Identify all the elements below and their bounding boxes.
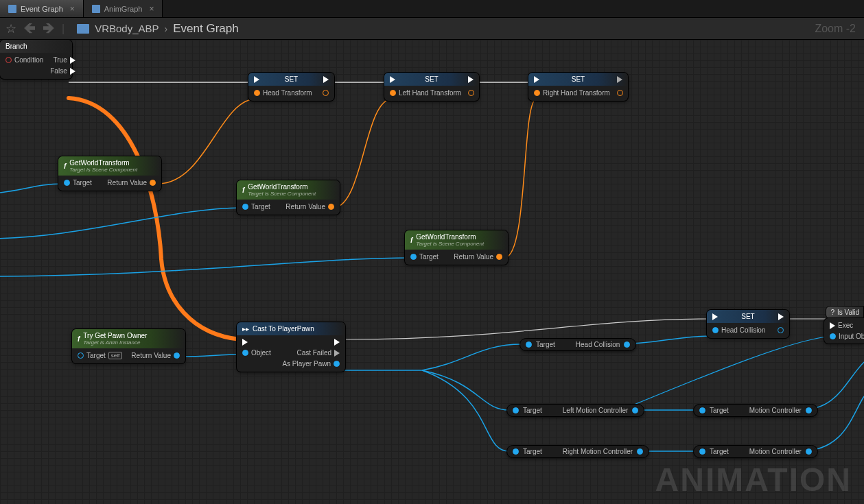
- node-title: f GetWorldTransformTarget is Scene Compo…: [237, 180, 340, 200]
- node-set-head[interactable]: SET Head Transform: [248, 73, 334, 101]
- pin-out[interactable]: [637, 448, 643, 455]
- pin-return[interactable]: Return Value: [285, 203, 334, 211]
- exec-in-icon[interactable]: [254, 76, 259, 83]
- close-icon[interactable]: ×: [70, 4, 75, 14]
- exec-in-icon[interactable]: [534, 76, 539, 83]
- node-title: f GetWorldTransformTarget is Scene Compo…: [58, 156, 161, 176]
- tab-animgraph[interactable]: AnimGraph ×: [84, 0, 163, 17]
- pin-out[interactable]: [806, 407, 812, 413]
- node-var-headcollision[interactable]: Target Head Collision: [519, 338, 636, 351]
- pin-return[interactable]: Return Value: [131, 352, 180, 359]
- tab-event-graph[interactable]: Event Graph ×: [0, 0, 84, 17]
- pin-var-out[interactable]: [323, 89, 329, 97]
- nav-back-icon[interactable]: 🡸: [23, 21, 36, 36]
- node-isvalid[interactable]: Exec Input Ob: [824, 318, 864, 344]
- node-isvalid-header[interactable]: ?Is Valid: [826, 306, 864, 319]
- node-title: Branch: [0, 40, 72, 53]
- pin-exec-in[interactable]: [242, 339, 271, 346]
- exec-in-icon[interactable]: [390, 76, 395, 83]
- pin-object[interactable]: Object: [242, 349, 271, 357]
- pin-out[interactable]: [632, 407, 638, 413]
- node-set-righthand[interactable]: SET Right Hand Transform: [528, 73, 628, 101]
- blueprint-icon: [77, 24, 89, 34]
- zoom-label: Zoom -2: [815, 23, 856, 35]
- watermark: ANIMATION: [655, 461, 852, 499]
- node-title: SET: [528, 73, 628, 86]
- pin-target[interactable]: [699, 407, 705, 413]
- node-var-leftmotion[interactable]: Target Left Motion Controller: [506, 404, 644, 417]
- pin-var-in[interactable]: Head Collision: [712, 326, 765, 334]
- pin-out[interactable]: [624, 341, 630, 348]
- pin-input-object[interactable]: Input Ob: [830, 333, 864, 340]
- pin-exec[interactable]: Exec: [830, 322, 864, 329]
- pin-false[interactable]: False: [50, 67, 75, 75]
- node-branch[interactable]: Branch Condition True False: [0, 40, 72, 79]
- graph-canvas[interactable]: Branch Condition True False SET Head Tra…: [0, 40, 864, 504]
- node-set-lefthand[interactable]: SET Left Hand Transform: [384, 73, 479, 101]
- node-trygetpawnowner[interactable]: f Try Get Pawn OwnerTarget is Anim Insta…: [72, 329, 185, 363]
- node-getworldtransform-2[interactable]: f GetWorldTransformTarget is Scene Compo…: [237, 180, 340, 215]
- pin-target[interactable]: Target: [64, 179, 92, 187]
- graph-icon: [8, 5, 16, 13]
- pin-target[interactable]: [513, 448, 519, 455]
- node-var-motionctrl-1[interactable]: Target Motion Controller: [693, 404, 818, 417]
- pin-var-in[interactable]: Head Transform: [254, 89, 312, 97]
- exec-out-icon[interactable]: [778, 313, 784, 320]
- exec-out-icon[interactable]: [323, 76, 329, 83]
- node-var-rightmotion[interactable]: Target Right Motion Controller: [506, 445, 649, 458]
- graph-icon: [92, 5, 100, 13]
- pin-target[interactable]: Target self: [78, 352, 122, 359]
- node-getworldtransform-1[interactable]: f GetWorldTransformTarget is Scene Compo…: [58, 156, 161, 191]
- pin-condition[interactable]: Condition: [5, 56, 43, 64]
- pin-target[interactable]: Target: [410, 253, 439, 261]
- exec-in-icon[interactable]: [712, 313, 718, 320]
- toolbar: ☆ 🡸 🡺 | VRBody_ABP › Event Graph Zoom -2: [0, 18, 864, 40]
- tab-label: AnimGraph: [104, 5, 143, 13]
- pin-exec-out[interactable]: [282, 339, 340, 346]
- pin-var-out[interactable]: [778, 326, 784, 334]
- node-var-motionctrl-2[interactable]: Target Motion Controller: [693, 445, 818, 458]
- pin-as-playerpawn[interactable]: As Player Pawn: [282, 360, 340, 368]
- favorite-icon[interactable]: ☆: [5, 21, 16, 36]
- wires: [0, 40, 864, 504]
- node-title: f GetWorldTransformTarget is Scene Compo…: [405, 230, 508, 250]
- node-cast-playerpawn[interactable]: ▸▸Cast To PlayerPawn Object Cast Failed …: [237, 322, 345, 372]
- chevron-right-icon: ›: [165, 23, 168, 34]
- pin-target[interactable]: [513, 407, 519, 413]
- node-set-headcollision[interactable]: SET Head Collision: [707, 310, 789, 338]
- pin-true[interactable]: True: [50, 56, 75, 64]
- pin-var-in[interactable]: Left Hand Transform: [390, 89, 461, 97]
- tab-label: Event Graph: [21, 5, 63, 13]
- pin-cast-failed[interactable]: Cast Failed: [282, 349, 340, 357]
- nav-forward-icon[interactable]: 🡺: [43, 21, 55, 36]
- exec-out-icon[interactable]: [468, 76, 474, 83]
- breadcrumb: VRBody_ABP › Event Graph: [77, 22, 239, 36]
- pin-target[interactable]: Target: [242, 203, 270, 211]
- pin-return[interactable]: Return Value: [107, 179, 156, 187]
- node-title: SET: [707, 310, 789, 323]
- pin-var-out[interactable]: [617, 89, 623, 97]
- pin-target[interactable]: [526, 341, 532, 348]
- node-title: SET: [384, 73, 479, 86]
- exec-out-icon[interactable]: [617, 76, 622, 83]
- breadcrumb-current: Event Graph: [173, 22, 238, 36]
- node-title: f Try Get Pawn OwnerTarget is Anim Insta…: [72, 329, 185, 348]
- tab-bar: Event Graph × AnimGraph ×: [0, 0, 864, 18]
- pin-var-out[interactable]: [468, 89, 474, 97]
- pin-var-in[interactable]: Right Hand Transform: [534, 89, 610, 97]
- pin-return[interactable]: Return Value: [454, 253, 502, 261]
- pin-out[interactable]: [806, 448, 812, 455]
- breadcrumb-root[interactable]: VRBody_ABP: [95, 23, 159, 34]
- node-getworldtransform-3[interactable]: f GetWorldTransformTarget is Scene Compo…: [405, 230, 508, 265]
- close-icon[interactable]: ×: [149, 4, 154, 14]
- pin-target[interactable]: [699, 448, 705, 455]
- node-title: SET: [248, 73, 334, 86]
- node-title: ▸▸Cast To PlayerPawn: [237, 322, 345, 335]
